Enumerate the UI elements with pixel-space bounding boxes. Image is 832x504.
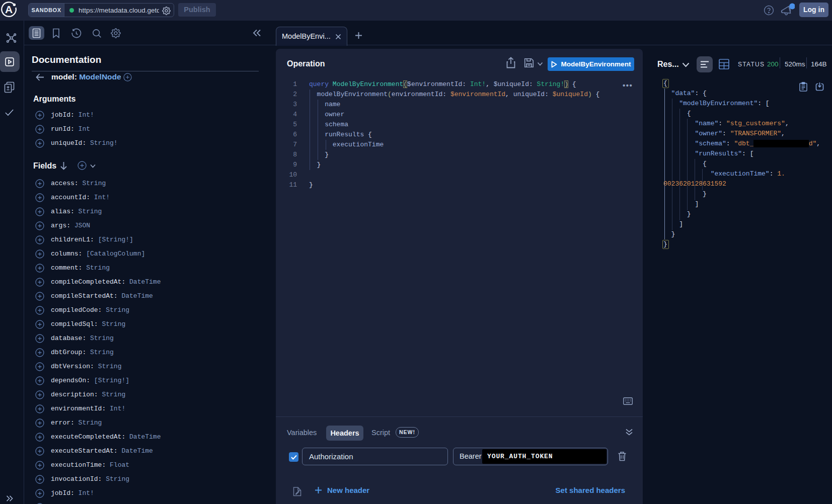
svg-text:A: A [5,4,13,15]
